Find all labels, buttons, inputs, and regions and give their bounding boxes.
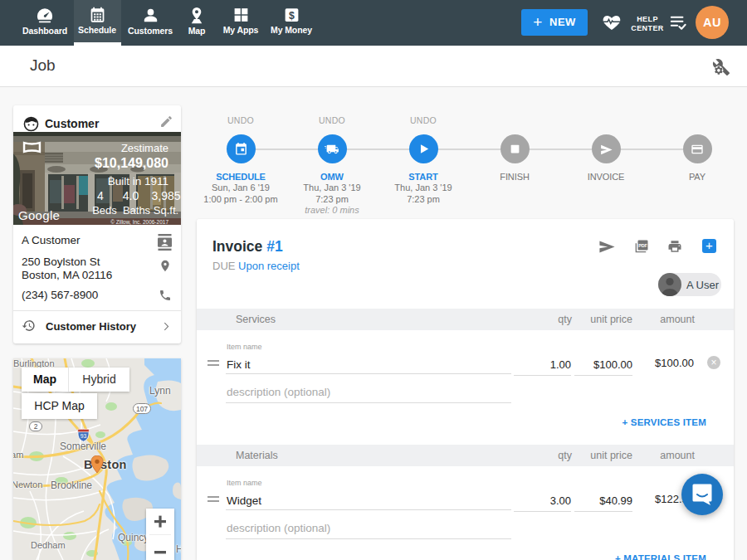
svg-text:PDF: PDF [638,243,647,248]
svg-text:93: 93 [81,433,87,439]
svg-text:$: $ [289,10,295,22]
